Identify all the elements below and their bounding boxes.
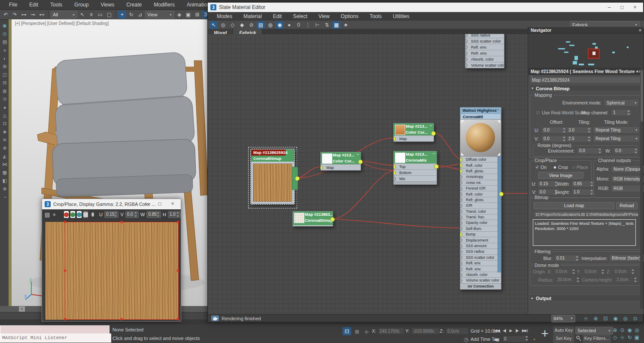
maxscript-mini-listener-label[interactable]: MAXScript Mini Listener [0, 334, 111, 343]
zoom-extents-icon[interactable]: ◉ [612, 315, 619, 322]
slot-socket-icon[interactable] [321, 165, 323, 170]
node-header[interactable]: ⋯ Walnut Highgloss CoronaMtl [460, 107, 501, 119]
collapse-icon[interactable]: − [433, 151, 435, 156]
node-slot-volume-scatter-color[interactable]: Volume scatter color [465, 62, 504, 68]
close-icon[interactable]: × [629, 3, 641, 12]
auto-key-button[interactable]: Auto Key [553, 327, 574, 334]
interpolation-dropdown[interactable]: Bilinear (faster)▼ [609, 254, 644, 262]
alpha-channel-icon[interactable] [83, 211, 88, 218]
x-coordinate-field[interactable]: 249.1769c [378, 328, 404, 335]
light-tool-icon[interactable]: ◬ [1, 112, 8, 119]
more-icon[interactable]: ⋯ [495, 107, 499, 112]
key-filters-button[interactable]: Key Filters... [583, 335, 611, 343]
maxscript-mini-listener-input[interactable] [0, 325, 109, 334]
absolute-mode-transform-icon[interactable]: ⊹ [362, 328, 371, 336]
node-slot-anisotropy[interactable]: Anisotropy [460, 174, 501, 179]
slot-socket-icon[interactable] [460, 250, 462, 254]
camera-tool-icon[interactable]: ⊡ [1, 120, 8, 127]
navigator-header[interactable]: Navigator × [528, 27, 644, 34]
node-walnut-material[interactable]: ⋯ Walnut Highgloss CoronaMtl Diffuse col… [460, 107, 501, 290]
node-wood-bitmap[interactable]: Map #2138625924 CoronaBitmap [251, 149, 295, 204]
place-radio[interactable] [571, 165, 576, 170]
select-tool-icon[interactable]: ↖ [210, 21, 218, 29]
u-tiling-mode-dropdown[interactable]: Repeat Tiling▼ [593, 126, 640, 134]
crop-width-field[interactable]: 0.85 [571, 181, 595, 187]
unlink-selection-icon[interactable]: ⊸ [29, 11, 37, 18]
scene-explorer-icon[interactable]: ≡ [1, 47, 8, 53]
node-slot-refr-gloss[interactable]: Refr. gloss. [460, 197, 501, 202]
key-mode-toggle-icon[interactable]: ◔ [530, 336, 538, 343]
node-slot-transl-color[interactable]: Transl. color [460, 208, 501, 214]
environment-mode-dropdown[interactable]: Spherical ▼ [604, 99, 639, 107]
use-real-world-scale-checkbox[interactable] [535, 110, 541, 115]
crop-radio[interactable] [553, 165, 557, 170]
rotate-environment-field[interactable]: 0.0 [577, 147, 603, 154]
node-slot-refl-env[interactable]: Refl. env. [460, 260, 501, 266]
delete-icon[interactable]: × [52, 211, 57, 218]
show-geometry-icon[interactable]: ◉ [1, 22, 8, 29]
material-name-field[interactable]: Map #2138625924 [530, 77, 642, 83]
array-tool-icon[interactable]: ▦ [1, 169, 8, 176]
zoom-extents-all-icon[interactable]: ◎ [633, 326, 641, 334]
node-slot-sss-amount[interactable]: SSS amount [460, 243, 501, 248]
node-slot-refr-env[interactable]: Refr. env. [465, 50, 504, 56]
dome-y-field[interactable]: 0.0cm [583, 268, 606, 275]
put-to-library-icon[interactable]: ◆ [238, 21, 246, 29]
slate-title-bar[interactable]: 3 Slate Material Editor –□× [208, 3, 643, 12]
node-header[interactable]: − Map #213... Color Cor... [321, 152, 361, 164]
window-crossing-icon[interactable]: ▢ [105, 11, 113, 18]
node-slot-opacity-color[interactable]: Opacity color [460, 220, 501, 225]
slot-socket-icon[interactable] [465, 51, 468, 55]
select-and-move-icon[interactable]: + [118, 11, 126, 18]
minimize-icon[interactable]: – [603, 3, 616, 12]
mono-channel-icon[interactable] [91, 212, 94, 217]
reference-coordinate-dropdown[interactable]: View ▼ [145, 11, 174, 18]
crop-image-view[interactable] [45, 221, 179, 320]
node-slot-refl-env[interactable]: Refl. env. [465, 44, 504, 50]
maximize-icon[interactable]: □ [616, 3, 629, 12]
assign-material-to-selection-icon[interactable]: ◇ [228, 21, 237, 29]
node-slot-absorb-color[interactable]: Absorb. color [460, 272, 501, 277]
output-socket[interactable] [499, 192, 504, 196]
set-key-button[interactable]: Set Key [553, 335, 574, 343]
helpers-tool-icon[interactable]: ◈ [1, 129, 8, 135]
redo-icon[interactable]: ↷ [11, 11, 19, 18]
rgb-dropdown[interactable]: RGB▼ [611, 185, 644, 192]
node-header[interactable]: − Map #213... CoronaMix [394, 151, 437, 163]
pan-view-icon[interactable]: ⊹ [619, 334, 626, 341]
slot-socket-icon[interactable] [460, 192, 462, 196]
v-tiling-mode-dropdown[interactable]: Repeat Tiling▼ [593, 135, 640, 142]
show-shaded-material-icon[interactable]: ◍ [266, 21, 274, 29]
slot-socket-icon[interactable] [465, 39, 468, 43]
crop-right-handle[interactable] [177, 270, 179, 272]
node-slot-aniso-rot[interactable]: Aniso rot. [460, 180, 501, 185]
main-menu-group[interactable]: Group [69, 1, 94, 9]
render-teapot-icon[interactable]: ● [1, 104, 8, 110]
play-icon[interactable]: ▶ [507, 327, 513, 334]
slate-menu-options[interactable]: Options [335, 12, 364, 20]
schematic-view-icon[interactable]: ⋈ [1, 161, 8, 168]
slot-socket-icon[interactable] [460, 267, 462, 271]
zoom-icon[interactable]: ⊕ [592, 315, 599, 322]
navigator-minimap[interactable] [528, 34, 644, 68]
slot-socket-icon[interactable] [460, 215, 462, 220]
node-slot-displacement[interactable]: Displacement [460, 237, 501, 242]
material-id-channel-icon[interactable]: ▦ [332, 21, 340, 29]
slot-socket-icon[interactable] [465, 57, 468, 61]
zoom-icon[interactable]: ⊕ [611, 326, 619, 334]
rectangular-selection-region-icon[interactable]: ▭ [96, 11, 104, 18]
node-noise-bitmap[interactable]: Map #213863... CoronaBitmap [292, 211, 333, 227]
slot-socket-icon[interactable] [460, 204, 462, 208]
parameter-panel-header[interactable]: Map #2138625924 ( Seamless Fine Wood Tex… [528, 68, 644, 75]
keyboard-shortcut-override-icon[interactable]: ⊞ [193, 11, 201, 18]
slate-menu-material[interactable]: Material [238, 12, 267, 20]
select-by-material-icon[interactable]: ★ [342, 21, 350, 29]
map-channel-field[interactable]: 1 [611, 109, 632, 116]
orbit-icon[interactable]: ↻ [626, 334, 633, 341]
node-slot-transl-frac[interactable]: Transl. frac. [460, 214, 501, 220]
slate-menu-select[interactable]: Select [287, 12, 313, 20]
bind-to-space-warp-icon[interactable]: ⊷ [38, 11, 46, 18]
add-key-plus-icon[interactable]: + [538, 325, 552, 342]
slot-socket-icon[interactable] [465, 63, 468, 67]
slot-socket-icon[interactable] [460, 273, 462, 277]
